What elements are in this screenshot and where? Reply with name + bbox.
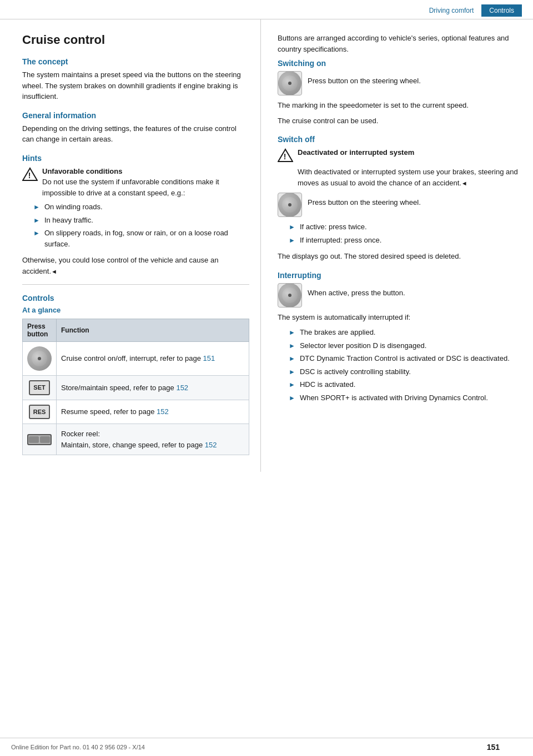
- list-item: ► HDC is activated.: [278, 379, 522, 390]
- table-cell-btn: [23, 342, 57, 376]
- concept-text: The system maintains a preset speed via …: [22, 69, 249, 102]
- hints-footer-text: Otherwise, you could lose control of the…: [22, 255, 249, 276]
- list-item: ► The brakes are applied.: [278, 327, 522, 338]
- page-header: Driving comfort Controls: [0, 0, 533, 19]
- steering-btn-inner3: [282, 197, 298, 213]
- list-item: ► When SPORT+ is activated with Driving …: [278, 392, 522, 404]
- switch-off-btn-row: Press button on the steering wheel.: [278, 193, 522, 217]
- page-link-152c[interactable]: 152: [205, 441, 217, 449]
- page-link-151[interactable]: 151: [203, 354, 215, 362]
- hints-warning-block: ! Unfavorable conditions Do not use the …: [22, 166, 249, 199]
- table-cell-function: Cruise control on/off, interrupt, refer …: [57, 342, 249, 376]
- bullet-arrow-icon7: ►: [289, 354, 295, 364]
- list-item: ► If interrupted: press once.: [278, 235, 522, 246]
- section-hints-heading: Hints: [22, 154, 249, 163]
- section-interrupting-heading: Interrupting: [278, 271, 522, 280]
- steering-btn-inner2: [282, 75, 298, 91]
- interrupting-btn-row: When active, press the button.: [278, 283, 522, 308]
- section-general-heading: General information: [22, 111, 249, 120]
- table-header-function: Function: [57, 319, 249, 342]
- steering-btn-dot: [38, 357, 41, 360]
- table-cell-function: Store/maintain speed, refer to page 152: [57, 376, 249, 400]
- left-column: Cruise control The concept The system ma…: [0, 19, 261, 472]
- warning-triangle-icon2: !: [278, 148, 293, 163]
- bullet-arrow-icon10: ►: [289, 393, 295, 403]
- table-cell-btn: SET: [23, 376, 57, 400]
- section-concept-heading: The concept: [22, 57, 249, 66]
- switch-off-warning-header: ! Deactivated or interrupted system: [278, 147, 522, 163]
- switching-on-note2: The cruise control can be used.: [278, 115, 522, 127]
- table-header-btn: Press button: [23, 319, 57, 342]
- section-at-a-glance-heading: At a glance: [22, 306, 249, 314]
- tab-driving-comfort[interactable]: Driving comfort: [421, 4, 482, 17]
- intro-text: Buttons are arranged according to vehicl…: [278, 33, 522, 54]
- controls-table: Press button Function: [22, 319, 249, 455]
- bullet-arrow-icon6: ►: [289, 341, 295, 351]
- section-controls-heading: Controls: [22, 294, 249, 303]
- main-content: Cruise control The concept The system ma…: [0, 19, 533, 472]
- table-row: SET Store/maintain speed, refer to page …: [23, 376, 249, 400]
- page-number: 151: [487, 743, 500, 752]
- switch-off-bullet-list: ► If active: press twice. ► If interrupt…: [278, 221, 522, 245]
- list-item: ► On winding roads.: [22, 201, 249, 213]
- bullet-arrow-icon3: ►: [289, 222, 295, 232]
- steering-btn-dot2: [288, 82, 291, 85]
- table-cell-btn: RES: [23, 400, 57, 424]
- page-link-152a[interactable]: 152: [176, 384, 188, 392]
- table-cell-btn: [23, 424, 57, 455]
- switch-off-footer: The displays go out. The stored desired …: [278, 251, 522, 262]
- switching-on-note1: The marking in the speedometer is set to…: [278, 100, 522, 111]
- steering-wheel-button-interrupting: [278, 283, 302, 308]
- page-title: Cruise control: [22, 33, 249, 47]
- steering-btn-icon4: [278, 283, 301, 308]
- table-row: RES Resume speed, refer to page 152: [23, 400, 249, 424]
- warning-triangle-icon: !: [22, 167, 38, 182]
- steering-btn-icon: [278, 71, 301, 95]
- section-switching-on-heading: Switching on: [278, 59, 522, 68]
- switch-off-warning-text: With deactivated or interrupted system u…: [298, 167, 522, 188]
- bullet-arrow-icon8: ►: [289, 367, 295, 377]
- list-item: ► On slippery roads, in fog, snow or rai…: [22, 228, 249, 249]
- svg-text:!: !: [284, 152, 286, 161]
- svg-text:!: !: [28, 171, 31, 180]
- divider: [22, 284, 249, 285]
- steering-wheel-button-switching-on: [278, 71, 302, 95]
- list-item: ► In heavy traffic.: [22, 215, 249, 226]
- bullet-arrow-icon: ►: [33, 202, 40, 212]
- steering-wheel-button-icon: [27, 346, 52, 371]
- hints-warning-text: Unfavorable conditions Do not use the sy…: [42, 166, 249, 199]
- switching-on-row: Press button on the steering wheel.: [278, 71, 522, 95]
- section-switch-off-heading: Switch off: [278, 135, 522, 144]
- list-item: ► If active: press twice.: [278, 221, 522, 233]
- list-item: ► DTC Dynamic Traction Control is activa…: [278, 353, 522, 364]
- list-item: ► DSC is actively controlling stability.: [278, 366, 522, 377]
- page-footer: Online Edition for Part no. 01 40 2 956 …: [0, 738, 533, 756]
- switch-off-warning-block: ! Deactivated or interrupted system With…: [278, 147, 522, 188]
- footer-text: Online Edition for Part no. 01 40 2 956 …: [11, 744, 145, 750]
- set-button-icon: SET: [29, 380, 49, 395]
- interrupting-bullet-list: ► The brakes are applied. ► Selector lev…: [278, 327, 522, 403]
- steering-btn-icon3: [278, 193, 301, 217]
- table-cell-function: Resume speed, refer to page 152: [57, 400, 249, 424]
- end-mark2: ◄: [461, 180, 467, 187]
- switch-off-btn-text: Press button on the steering wheel.: [308, 197, 421, 208]
- bullet-arrow-icon: ►: [33, 228, 40, 238]
- bullet-arrow-icon5: ►: [289, 327, 295, 337]
- steering-btn-inner4: [282, 288, 298, 303]
- interrupting-btn-text: When active, press the button.: [308, 288, 405, 299]
- res-button-icon: RES: [29, 405, 51, 420]
- tab-controls[interactable]: Controls: [481, 4, 522, 17]
- list-item: ► Selector lever position D is disengage…: [278, 340, 522, 351]
- switching-on-text: Press button on the steering wheel.: [308, 75, 421, 87]
- hints-bullet-list: ► On winding roads. ► In heavy traffic. …: [22, 201, 249, 249]
- bullet-arrow-icon4: ►: [289, 235, 295, 245]
- steering-btn-dot4: [288, 294, 291, 297]
- switch-off-warning-title-text: Deactivated or interrupted system: [298, 147, 414, 158]
- page-link-152b[interactable]: 152: [157, 407, 169, 416]
- steering-wheel-button-switch-off: [278, 193, 302, 217]
- interrupting-intro: The system is automatically interrupted …: [278, 312, 522, 323]
- end-mark: ◄: [51, 268, 57, 275]
- bullet-arrow-icon: ►: [33, 215, 40, 225]
- table-cell-function: Rocker reel: Maintain, store, change spe…: [57, 424, 249, 455]
- table-row: Rocker reel: Maintain, store, change spe…: [23, 424, 249, 455]
